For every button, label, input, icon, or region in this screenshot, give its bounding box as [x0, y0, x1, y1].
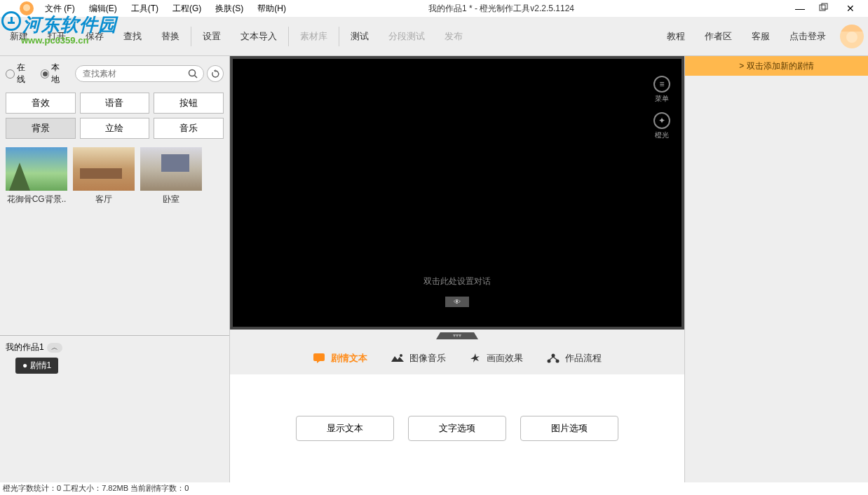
tb-login[interactable]: 点击登录: [780, 17, 836, 55]
scene-chip[interactable]: 剧情1: [15, 358, 58, 374]
brand-icon-label: 橙光: [653, 130, 670, 140]
tab-label: 作品流程: [565, 352, 602, 365]
options-panel: 显示文本 文字选项 图片选项: [230, 374, 684, 482]
menu-tools[interactable]: 工具(T): [124, 3, 165, 15]
toolbar: 新建 打开 保存 查找 替换 设置 文本导入 素材库 测试 分段测试 发布 教程…: [0, 17, 868, 56]
asset-label: 客厅: [73, 194, 135, 205]
radio-online[interactable]: 在线: [6, 62, 34, 86]
center-panel: ≡ 菜单 ✦ 橙光 双击此处设置对话 👁 ▾▾▾ 剧情文本: [230, 56, 684, 482]
menu-help[interactable]: 帮助(H): [250, 3, 293, 15]
cat-music[interactable]: 音乐: [154, 118, 224, 139]
preview-frame: ≡ 菜单 ✦ 橙光 双击此处设置对话 👁: [230, 56, 684, 330]
tab-flow[interactable]: 作品流程: [545, 349, 603, 367]
asset-label: 卧室: [140, 194, 202, 205]
brand-icon[interactable]: ✦: [653, 112, 670, 129]
tb-author-zone[interactable]: 作者区: [695, 17, 742, 55]
tb-find[interactable]: 查找: [114, 17, 151, 55]
radio-local[interactable]: 本地: [41, 62, 69, 86]
splitter-handle[interactable]: ▾▾▾: [230, 330, 684, 342]
preview-overlay-buttons: ≡ 菜单 ✦ 橙光: [653, 76, 670, 149]
asset-thumbnail: [6, 147, 67, 191]
tab-label: 画面效果: [487, 352, 523, 365]
menu-skin[interactable]: 换肤(S): [208, 3, 250, 15]
flow-icon: [547, 353, 560, 363]
asset-panel: 在线 本地 音效 语音 按钮 背景 立绘 音乐 花御骨: [0, 56, 230, 482]
tab-image-music[interactable]: 图像音乐: [390, 349, 447, 367]
editor-tabs: 剧情文本 图像音乐 画面效果 作品流程: [230, 349, 684, 367]
svg-point-5: [400, 354, 402, 357]
menu-file[interactable]: 文件 (F): [38, 3, 82, 15]
app-avatar-icon: [20, 1, 34, 15]
opt-show-text[interactable]: 显示文本: [296, 416, 394, 441]
menu-bar: 文件 (F) 编辑(E) 工具(T) 工程(G) 换肤(S) 帮助(H) 我的作…: [0, 0, 868, 17]
menu-edit[interactable]: 编辑(E): [82, 3, 124, 15]
radio-local-label: 本地: [51, 62, 68, 86]
chat-icon: [313, 353, 325, 364]
asset-item[interactable]: 花御骨CG背景..: [6, 147, 67, 205]
svg-line-10: [553, 357, 557, 360]
radio-icon: [41, 69, 50, 79]
refresh-button[interactable]: [207, 65, 224, 82]
window-controls: — ✕: [794, 3, 868, 14]
tab-label: 图像音乐: [409, 352, 446, 365]
cat-voice[interactable]: 语音: [80, 93, 150, 114]
opt-image-choice[interactable]: 图片选项: [520, 416, 618, 441]
toolbar-separator: [288, 27, 289, 46]
maximize-button[interactable]: [819, 3, 832, 14]
asset-label: 花御骨CG背景..: [6, 194, 67, 205]
tb-open[interactable]: 打开: [38, 17, 76, 55]
preview-hint[interactable]: 双击此处设置对话: [233, 276, 681, 287]
cat-sfx[interactable]: 音效: [6, 93, 76, 114]
svg-point-2: [189, 70, 196, 76]
window-title: 我的作品1 * - 橙光制作工具v2.2.5.1124: [293, 3, 794, 15]
close-button[interactable]: ✕: [844, 3, 857, 14]
user-avatar-icon[interactable]: [840, 25, 864, 48]
eye-icon[interactable]: 👁: [445, 297, 469, 307]
menu-icon-label: 菜单: [653, 94, 670, 104]
minimize-button[interactable]: —: [794, 3, 806, 14]
search-input[interactable]: [83, 69, 188, 79]
tb-save[interactable]: 保存: [76, 17, 114, 55]
asset-grid: 花御骨CG背景.. 客厅 卧室: [0, 143, 229, 335]
tb-publish: 发布: [435, 17, 473, 55]
menu-project[interactable]: 工程(G): [165, 3, 208, 15]
cat-button[interactable]: 按钮: [154, 93, 224, 114]
tb-new[interactable]: 新建: [0, 17, 38, 55]
tab-screen-effect[interactable]: 画面效果: [468, 349, 524, 367]
tb-replace[interactable]: 替换: [151, 17, 189, 55]
radio-icon: [6, 69, 15, 79]
radio-online-label: 在线: [17, 62, 34, 86]
effect-icon: [470, 353, 481, 364]
search-icon[interactable]: [188, 69, 198, 79]
preview-canvas[interactable]: ≡ 菜单 ✦ 橙光 双击此处设置对话 👁: [233, 59, 681, 327]
svg-rect-4: [313, 353, 325, 361]
toolbar-separator: [339, 27, 339, 46]
cat-sprite[interactable]: 立绘: [80, 118, 150, 139]
tb-settings[interactable]: 设置: [193, 17, 231, 55]
asset-search: [75, 65, 204, 82]
tb-segment-test: 分段测试: [379, 17, 435, 55]
refresh-icon: [211, 69, 220, 79]
tb-tutorial[interactable]: 教程: [657, 17, 695, 55]
cat-background[interactable]: 背景: [6, 118, 76, 139]
tb-support[interactable]: 客服: [742, 17, 780, 55]
status-bar: 橙光字数统计：0 工程大小：7.82MB 当前剧情字数：0: [0, 482, 868, 495]
asset-thumbnail: [140, 147, 202, 191]
project-name[interactable]: 我的作品1: [6, 341, 44, 353]
asset-item[interactable]: 客厅: [73, 147, 135, 205]
tab-script-text[interactable]: 剧情文本: [311, 349, 369, 367]
svg-rect-0: [820, 5, 825, 11]
image-icon: [391, 353, 404, 363]
chevron-down-icon: ▾▾▾: [436, 332, 478, 339]
tb-test[interactable]: 测试: [341, 17, 379, 55]
asset-thumbnail: [73, 147, 135, 191]
svg-line-9: [550, 357, 553, 360]
tb-import-text[interactable]: 文本导入: [231, 17, 287, 55]
asset-item[interactable]: 卧室: [140, 147, 202, 205]
opt-text-choice[interactable]: 文字选项: [408, 416, 506, 441]
svg-point-6: [552, 354, 555, 358]
add-scene-banner[interactable]: > 双击添加新的剧情: [685, 56, 868, 76]
collapse-icon[interactable]: ︿: [47, 343, 62, 353]
menu-icon[interactable]: ≡: [653, 76, 670, 93]
tb-asset-library[interactable]: 素材库: [290, 17, 337, 55]
